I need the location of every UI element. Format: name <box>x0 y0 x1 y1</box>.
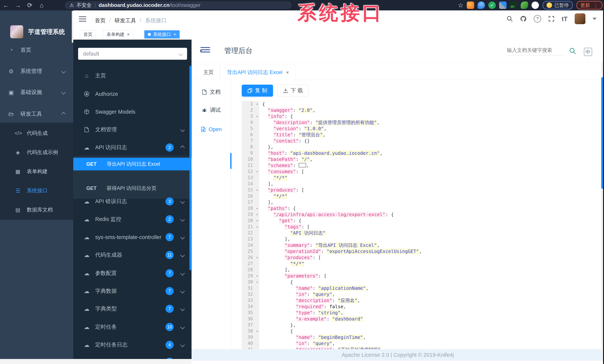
sidebar-item-infra[interactable]: ▣ 基础设施 <box>0 84 73 101</box>
gutter-line: 3▾ <box>242 113 259 119</box>
browser-back-icon[interactable]: ← <box>0 0 12 10</box>
count-badge: 7 <box>165 233 174 241</box>
fold-arrow-icon[interactable]: ▾ <box>256 279 258 285</box>
fold-arrow-icon[interactable]: ▾ <box>256 328 258 334</box>
search-icon[interactable] <box>506 16 513 22</box>
swagger-group-redis[interactable]: ☁ Redis 监控 2 <box>73 213 191 225</box>
breadcrumb-devtools[interactable]: 研发工具 <box>114 17 136 24</box>
chevron-down-icon <box>178 51 183 56</box>
browser-menu-icon[interactable]: ⋮ <box>593 2 599 9</box>
sidebar-item-form-builder[interactable]: ▦ 表单构建 <box>0 163 73 180</box>
update-browser-pill[interactable]: 更新 ⋮ <box>577 1 603 10</box>
swagger-group-sms-template[interactable]: ☁ sys-sms-template-controller 7 <box>73 231 191 243</box>
download-button[interactable]: 下 载 <box>277 85 309 97</box>
swagger-group-codegen[interactable]: ☁ 代码生成器 11 <box>73 249 191 261</box>
swagger-group-param-config[interactable]: ☁ 参数配置 7 <box>73 267 191 279</box>
close-icon[interactable]: × <box>286 70 289 75</box>
swagger-sidebar-scrollbar[interactable] <box>189 66 191 270</box>
cloud-icon: ☁ <box>83 216 90 223</box>
horizontal-scrollbar-track[interactable] <box>0 359 191 364</box>
collapse-sidebar-icon[interactable] <box>201 47 210 54</box>
fold-arrow-icon[interactable]: ▾ <box>256 205 258 212</box>
language-toggle-icon[interactable]: 中 <box>584 48 592 56</box>
folded-array-box[interactable] <box>299 163 306 167</box>
swagger-item-home[interactable]: ⌂ 主页 <box>73 70 191 82</box>
extension-check-icon[interactable]: ✓ <box>488 1 496 9</box>
swagger-item-doc-manage[interactable]: 文档管理 <box>73 124 191 136</box>
api-group-select[interactable]: default <box>78 48 187 60</box>
sidebar-item-codegen-demo[interactable]: ◈ 代码生成示例 <box>0 144 73 161</box>
tag-home[interactable]: 首页 <box>80 30 96 38</box>
font-size-icon[interactable]: tT <box>562 15 567 23</box>
tag-form-builder[interactable]: 表单构建 × <box>103 30 133 38</box>
browser-reload-icon[interactable]: ⟳ <box>24 0 36 10</box>
swagger-group-job-log[interactable]: ☁ 定时任务日志 4 <box>73 339 191 351</box>
close-icon[interactable]: × <box>174 32 176 37</box>
extension-cn-icon[interactable]: cn <box>510 1 517 9</box>
breadcrumb-home[interactable]: 首页 <box>95 17 106 24</box>
fold-arrow-icon[interactable]: ▾ <box>256 168 258 175</box>
mini-tab-open[interactable]: Open <box>191 123 231 136</box>
help-icon[interactable]: ? <box>534 15 541 23</box>
app-logo[interactable]: 芋道管理系统 <box>10 25 65 38</box>
extension-paw-icon[interactable] <box>531 1 539 9</box>
swagger-item-authorize[interactable]: Authorize <box>73 88 191 100</box>
fold-arrow-icon[interactable]: ▾ <box>256 254 258 261</box>
extension-leaf-icon[interactable] <box>521 1 528 9</box>
app-root: ← → ⟳ ⌂ ⚠ 不安全 dashboard.yudao.iocoder.cn… <box>0 0 604 364</box>
fold-arrow-icon[interactable]: ▾ <box>256 273 258 279</box>
code-line: { <box>262 279 564 285</box>
swagger-group-post[interactable]: ☁ 岗位 <box>73 356 191 359</box>
close-icon[interactable]: × <box>127 32 130 37</box>
doc-search-input[interactable] <box>506 46 563 55</box>
fold-arrow-icon[interactable]: ▾ <box>256 187 258 193</box>
fullscreen-icon[interactable] <box>548 16 554 22</box>
sidebar-item-codegen[interactable]: </> 代码生成 <box>0 125 73 141</box>
swagger-group-dict-data[interactable]: ☁ 字典数据 7 <box>73 285 191 297</box>
copy-button[interactable]: 复 制 <box>242 85 273 97</box>
code-gutter: 1▾23▾456789101112▾131415▾161718▾19▾20▾21… <box>242 101 259 353</box>
doc-search-icon[interactable] <box>569 47 576 54</box>
fold-arrow-icon[interactable]: ▾ <box>256 224 258 230</box>
code-line: ], <box>262 181 564 187</box>
sidebar-item-devtools[interactable]: 🗁 研发工具 <box>0 106 73 122</box>
address-bar[interactable]: ⚠ 不安全 dashboard.yudao.iocoder.cn /tool/s… <box>65 1 292 9</box>
doc-tab-export-excel[interactable]: 导出API 访问日志 Excel × <box>221 65 295 80</box>
fold-arrow-icon[interactable]: ▾ <box>256 212 258 218</box>
extension-balloon-icon[interactable] <box>478 1 485 9</box>
browser-forward-icon[interactable]: → <box>12 0 24 10</box>
mini-tab-debug[interactable]: 调试 <box>191 104 231 117</box>
code-line: "contact": {} <box>262 138 564 144</box>
fold-arrow-icon[interactable]: ▾ <box>256 218 258 224</box>
swagger-group-api-error-log[interactable]: ☁ API 错误日志 3 <box>73 196 191 207</box>
cloud-icon: ☁ <box>83 198 90 205</box>
avatar[interactable] <box>575 13 585 24</box>
github-icon[interactable] <box>520 15 527 22</box>
tag-system-api[interactable]: 系统接口 × <box>144 30 180 38</box>
fold-arrow-icon[interactable]: ▾ <box>256 113 258 119</box>
license-text: Apache License 2.0 | Copyright © 2019-Kn… <box>342 352 454 358</box>
extension-orange-icon[interactable] <box>467 1 474 9</box>
swagger-group-job[interactable]: ☁ 定时任务 10 <box>73 321 191 333</box>
swagger-group-dict-type[interactable]: ☁ 字典类型 7 <box>73 303 191 315</box>
avatar-caret-icon[interactable] <box>592 18 597 20</box>
doc-tab-home[interactable]: 主页 <box>197 65 220 80</box>
mini-tab-document[interactable]: 文档 <box>191 86 231 99</box>
swagger-group-api-access-log[interactable]: ☁ API 访问日志 2 <box>73 141 191 153</box>
hamburger-icon[interactable] <box>79 16 86 23</box>
sidebar-item-system[interactable]: ⚙ 系统管理 <box>0 63 73 80</box>
fold-arrow-icon[interactable]: ▾ <box>256 101 258 107</box>
browser-home-icon[interactable]: ⌂ <box>36 0 48 10</box>
sidebar-item-home[interactable]: ◔ 首页 <box>0 42 73 58</box>
download-icon <box>283 88 288 93</box>
bookmark-star-icon[interactable]: ☆ <box>458 1 463 9</box>
doc-footer: Apache License 2.0 | Copyright © 2019-Kn… <box>191 349 604 361</box>
extension-grid-icon[interactable] <box>499 1 506 9</box>
sidebar-item-db-doc[interactable]: ▤ 数据库文档 <box>0 201 73 218</box>
code-line: "host": "api-dashboard.yudao.iocoder.cn"… <box>262 150 564 156</box>
swagger-item-models[interactable]: Swagger Models <box>73 106 191 118</box>
operation-get-page[interactable]: GET 获得API 访问日志分页 <box>73 182 191 195</box>
sidebar-item-system-api[interactable]: ☰ 系统接口 <box>0 182 73 199</box>
paused-extension-pill[interactable]: 已暂停 <box>543 1 573 10</box>
operation-export-excel[interactable]: GET 导出API 访问日志 Excel <box>73 158 191 170</box>
